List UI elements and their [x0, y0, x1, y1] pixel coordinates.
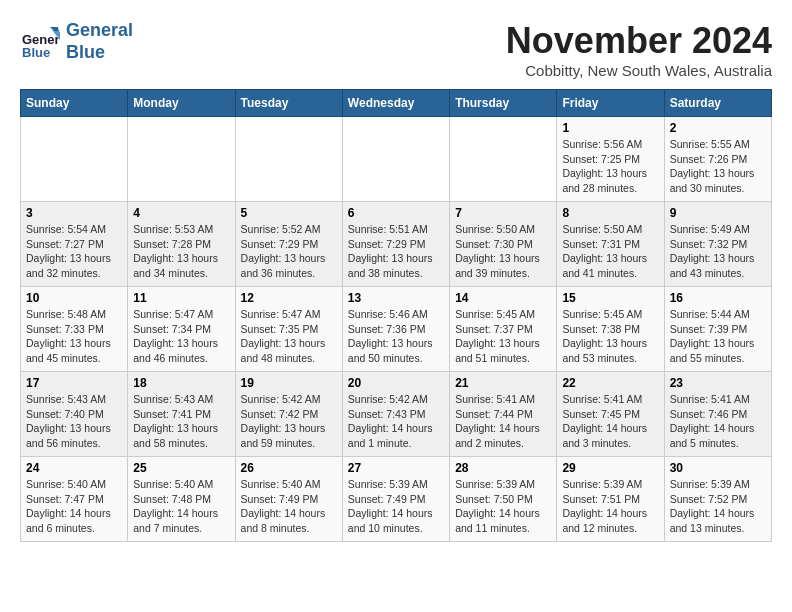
- calendar-week-1: 1Sunrise: 5:56 AMSunset: 7:25 PMDaylight…: [21, 117, 772, 202]
- day-number: 30: [670, 461, 766, 475]
- day-info: Sunrise: 5:47 AMSunset: 7:34 PMDaylight:…: [133, 307, 229, 366]
- calendar-cell: 13Sunrise: 5:46 AMSunset: 7:36 PMDayligh…: [342, 287, 449, 372]
- calendar-cell: [342, 117, 449, 202]
- day-number: 24: [26, 461, 122, 475]
- day-info: Sunrise: 5:42 AMSunset: 7:42 PMDaylight:…: [241, 392, 337, 451]
- day-info: Sunrise: 5:51 AMSunset: 7:29 PMDaylight:…: [348, 222, 444, 281]
- calendar-cell: [21, 117, 128, 202]
- calendar-week-2: 3Sunrise: 5:54 AMSunset: 7:27 PMDaylight…: [21, 202, 772, 287]
- day-number: 7: [455, 206, 551, 220]
- day-number: 11: [133, 291, 229, 305]
- day-number: 9: [670, 206, 766, 220]
- calendar-cell: 23Sunrise: 5:41 AMSunset: 7:46 PMDayligh…: [664, 372, 771, 457]
- calendar-cell: [128, 117, 235, 202]
- day-number: 4: [133, 206, 229, 220]
- calendar-cell: 26Sunrise: 5:40 AMSunset: 7:49 PMDayligh…: [235, 457, 342, 542]
- calendar-header-sunday: Sunday: [21, 90, 128, 117]
- day-info: Sunrise: 5:42 AMSunset: 7:43 PMDaylight:…: [348, 392, 444, 451]
- calendar-cell: 3Sunrise: 5:54 AMSunset: 7:27 PMDaylight…: [21, 202, 128, 287]
- day-number: 16: [670, 291, 766, 305]
- day-info: Sunrise: 5:46 AMSunset: 7:36 PMDaylight:…: [348, 307, 444, 366]
- logo: General Blue General Blue: [20, 20, 133, 63]
- day-info: Sunrise: 5:40 AMSunset: 7:47 PMDaylight:…: [26, 477, 122, 536]
- title-section: November 2024 Cobbitty, New South Wales,…: [506, 20, 772, 79]
- calendar-cell: 14Sunrise: 5:45 AMSunset: 7:37 PMDayligh…: [450, 287, 557, 372]
- calendar-cell: 25Sunrise: 5:40 AMSunset: 7:48 PMDayligh…: [128, 457, 235, 542]
- day-info: Sunrise: 5:45 AMSunset: 7:38 PMDaylight:…: [562, 307, 658, 366]
- day-info: Sunrise: 5:39 AMSunset: 7:52 PMDaylight:…: [670, 477, 766, 536]
- month-title: November 2024: [506, 20, 772, 62]
- day-number: 28: [455, 461, 551, 475]
- calendar-week-4: 17Sunrise: 5:43 AMSunset: 7:40 PMDayligh…: [21, 372, 772, 457]
- calendar-cell: 4Sunrise: 5:53 AMSunset: 7:28 PMDaylight…: [128, 202, 235, 287]
- calendar-cell: 19Sunrise: 5:42 AMSunset: 7:42 PMDayligh…: [235, 372, 342, 457]
- day-number: 2: [670, 121, 766, 135]
- day-number: 14: [455, 291, 551, 305]
- day-number: 18: [133, 376, 229, 390]
- day-info: Sunrise: 5:41 AMSunset: 7:46 PMDaylight:…: [670, 392, 766, 451]
- calendar-header-saturday: Saturday: [664, 90, 771, 117]
- day-number: 19: [241, 376, 337, 390]
- day-number: 17: [26, 376, 122, 390]
- day-number: 12: [241, 291, 337, 305]
- day-number: 26: [241, 461, 337, 475]
- location: Cobbitty, New South Wales, Australia: [506, 62, 772, 79]
- day-info: Sunrise: 5:54 AMSunset: 7:27 PMDaylight:…: [26, 222, 122, 281]
- calendar-week-3: 10Sunrise: 5:48 AMSunset: 7:33 PMDayligh…: [21, 287, 772, 372]
- day-info: Sunrise: 5:41 AMSunset: 7:45 PMDaylight:…: [562, 392, 658, 451]
- calendar-table: SundayMondayTuesdayWednesdayThursdayFrid…: [20, 89, 772, 542]
- calendar-cell: 5Sunrise: 5:52 AMSunset: 7:29 PMDaylight…: [235, 202, 342, 287]
- day-info: Sunrise: 5:44 AMSunset: 7:39 PMDaylight:…: [670, 307, 766, 366]
- calendar-cell: 21Sunrise: 5:41 AMSunset: 7:44 PMDayligh…: [450, 372, 557, 457]
- calendar-cell: 2Sunrise: 5:55 AMSunset: 7:26 PMDaylight…: [664, 117, 771, 202]
- logo-icon: General Blue: [20, 22, 60, 62]
- day-number: 10: [26, 291, 122, 305]
- calendar-cell: [235, 117, 342, 202]
- day-number: 13: [348, 291, 444, 305]
- calendar-cell: 7Sunrise: 5:50 AMSunset: 7:30 PMDaylight…: [450, 202, 557, 287]
- calendar-header-friday: Friday: [557, 90, 664, 117]
- calendar-cell: 24Sunrise: 5:40 AMSunset: 7:47 PMDayligh…: [21, 457, 128, 542]
- day-info: Sunrise: 5:40 AMSunset: 7:48 PMDaylight:…: [133, 477, 229, 536]
- day-info: Sunrise: 5:49 AMSunset: 7:32 PMDaylight:…: [670, 222, 766, 281]
- page-header: General Blue General Blue November 2024 …: [20, 20, 772, 79]
- day-number: 22: [562, 376, 658, 390]
- logo-line2: Blue: [66, 42, 133, 64]
- day-info: Sunrise: 5:39 AMSunset: 7:50 PMDaylight:…: [455, 477, 551, 536]
- day-info: Sunrise: 5:48 AMSunset: 7:33 PMDaylight:…: [26, 307, 122, 366]
- day-number: 29: [562, 461, 658, 475]
- calendar-cell: 11Sunrise: 5:47 AMSunset: 7:34 PMDayligh…: [128, 287, 235, 372]
- day-number: 3: [26, 206, 122, 220]
- calendar-cell: 29Sunrise: 5:39 AMSunset: 7:51 PMDayligh…: [557, 457, 664, 542]
- day-info: Sunrise: 5:50 AMSunset: 7:31 PMDaylight:…: [562, 222, 658, 281]
- calendar-cell: 10Sunrise: 5:48 AMSunset: 7:33 PMDayligh…: [21, 287, 128, 372]
- calendar-cell: 6Sunrise: 5:51 AMSunset: 7:29 PMDaylight…: [342, 202, 449, 287]
- calendar-header-thursday: Thursday: [450, 90, 557, 117]
- calendar-cell: 1Sunrise: 5:56 AMSunset: 7:25 PMDaylight…: [557, 117, 664, 202]
- day-number: 21: [455, 376, 551, 390]
- day-info: Sunrise: 5:53 AMSunset: 7:28 PMDaylight:…: [133, 222, 229, 281]
- day-number: 5: [241, 206, 337, 220]
- day-info: Sunrise: 5:55 AMSunset: 7:26 PMDaylight:…: [670, 137, 766, 196]
- day-info: Sunrise: 5:50 AMSunset: 7:30 PMDaylight:…: [455, 222, 551, 281]
- day-info: Sunrise: 5:39 AMSunset: 7:51 PMDaylight:…: [562, 477, 658, 536]
- calendar-cell: 30Sunrise: 5:39 AMSunset: 7:52 PMDayligh…: [664, 457, 771, 542]
- calendar-cell: 18Sunrise: 5:43 AMSunset: 7:41 PMDayligh…: [128, 372, 235, 457]
- day-info: Sunrise: 5:43 AMSunset: 7:40 PMDaylight:…: [26, 392, 122, 451]
- calendar-header-monday: Monday: [128, 90, 235, 117]
- calendar-cell: 15Sunrise: 5:45 AMSunset: 7:38 PMDayligh…: [557, 287, 664, 372]
- day-info: Sunrise: 5:39 AMSunset: 7:49 PMDaylight:…: [348, 477, 444, 536]
- logo-line1: General: [66, 20, 133, 42]
- calendar-cell: 27Sunrise: 5:39 AMSunset: 7:49 PMDayligh…: [342, 457, 449, 542]
- calendar-header-wednesday: Wednesday: [342, 90, 449, 117]
- calendar-cell: 8Sunrise: 5:50 AMSunset: 7:31 PMDaylight…: [557, 202, 664, 287]
- svg-text:Blue: Blue: [22, 45, 50, 60]
- calendar-cell: 16Sunrise: 5:44 AMSunset: 7:39 PMDayligh…: [664, 287, 771, 372]
- day-number: 20: [348, 376, 444, 390]
- calendar-header-tuesday: Tuesday: [235, 90, 342, 117]
- day-number: 15: [562, 291, 658, 305]
- calendar-week-5: 24Sunrise: 5:40 AMSunset: 7:47 PMDayligh…: [21, 457, 772, 542]
- calendar-cell: 17Sunrise: 5:43 AMSunset: 7:40 PMDayligh…: [21, 372, 128, 457]
- day-number: 27: [348, 461, 444, 475]
- day-info: Sunrise: 5:43 AMSunset: 7:41 PMDaylight:…: [133, 392, 229, 451]
